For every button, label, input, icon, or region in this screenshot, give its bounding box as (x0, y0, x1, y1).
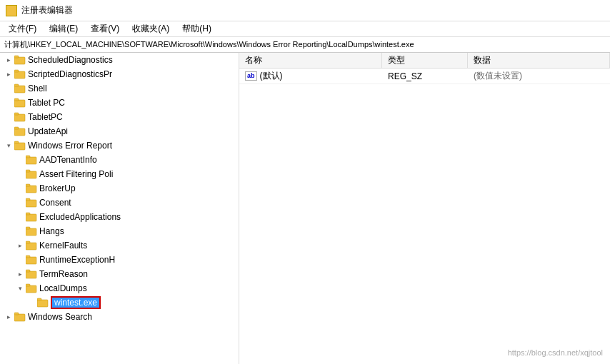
expander-wer[interactable] (3, 140, 14, 151)
tree-item-updateapi[interactable]: UpdateApi (0, 124, 239, 138)
svg-rect-22 (26, 214, 36, 221)
item-label-brokerup: BrokerUp (39, 183, 76, 193)
item-label-tabletpc: Tablet PC (28, 98, 65, 108)
main-content: ScheduledDiagnostics ScriptedDiagnostics… (0, 53, 610, 364)
address-bar: 计算机\HKEY_LOCAL_MACHINE\SOFTWARE\Microsof… (0, 37, 610, 53)
folder-icon (26, 269, 37, 279)
tree-item-excluded[interactable]: ExcludedApplications (0, 210, 239, 224)
svg-rect-3 (14, 70, 19, 72)
svg-rect-36 (14, 314, 25, 321)
folder-icon (37, 298, 49, 308)
menu-edit[interactable]: 编辑(E) (44, 21, 84, 36)
folder-icon (14, 69, 26, 79)
item-label-term: TermReason (39, 269, 88, 279)
expander-tabletpc (3, 97, 14, 108)
tree-item-term[interactable]: TermReason (0, 267, 239, 281)
app-icon (6, 5, 17, 16)
tree-item-kernel[interactable]: KernelFaults (0, 238, 239, 253)
svg-rect-15 (26, 156, 30, 158)
tree-item-brokerup[interactable]: BrokerUp (0, 181, 239, 196)
menu-help[interactable]: 帮助(H) (176, 21, 217, 36)
expander-wintest (26, 297, 37, 308)
tree-item-wer[interactable]: Windows Error Report (0, 138, 239, 153)
item-label-runtime: RuntimeExceptionH (39, 255, 115, 265)
cell-name-value: (默认) (260, 70, 283, 82)
svg-rect-11 (14, 127, 19, 129)
col-header-data: 数据 (468, 53, 610, 68)
expander-assert (14, 168, 26, 180)
tree-item-aad[interactable]: AADTenantInfo (0, 153, 239, 167)
tree-item-tabletpc2[interactable]: TabletPC (0, 110, 239, 124)
item-label-wintest: wintest.exe (51, 296, 101, 309)
folder-icon (14, 98, 26, 108)
expander-term[interactable] (14, 268, 26, 280)
svg-rect-18 (26, 186, 36, 193)
address-path: 计算机\HKEY_LOCAL_MACHINE\SOFTWARE\Microsof… (4, 39, 414, 50)
item-label-updateapi: UpdateApi (28, 126, 68, 136)
expander-scripted[interactable] (3, 69, 14, 80)
svg-rect-10 (14, 128, 25, 136)
tree-item-consent[interactable]: Consent (0, 196, 239, 210)
expander-scheduled[interactable] (3, 54, 14, 66)
svg-rect-12 (14, 143, 25, 150)
svg-rect-29 (26, 256, 30, 258)
ab-icon: ab (245, 71, 257, 81)
tree-item-tabletpc[interactable]: Tablet PC (0, 96, 239, 110)
folder-icon (26, 155, 37, 165)
folder-icon (14, 126, 26, 136)
folder-icon (14, 112, 26, 122)
svg-rect-24 (26, 228, 36, 236)
svg-rect-8 (14, 114, 25, 121)
svg-rect-28 (26, 257, 36, 264)
menu-view[interactable]: 查看(V) (85, 21, 125, 36)
tree-panel: ScheduledDiagnostics ScriptedDiagnostics… (0, 53, 239, 364)
item-label-hangs: Hangs (39, 226, 64, 236)
svg-rect-31 (26, 270, 30, 272)
right-panel: 名称 类型 数据 ab (默认) REG_SZ (数值未设置) (239, 53, 610, 364)
menu-favorites[interactable]: 收藏夹(A) (126, 21, 175, 36)
svg-rect-13 (14, 141, 19, 143)
tree-item-scripted[interactable]: ScriptedDiagnosticsPr (0, 67, 239, 81)
tree-item-scheduled[interactable]: ScheduledDiagnostics (0, 53, 239, 67)
expander-kernel[interactable] (14, 240, 26, 251)
cell-data-default: (数值未设置) (468, 69, 610, 84)
svg-rect-1 (14, 56, 19, 58)
expander-localdumps[interactable] (14, 283, 26, 294)
folder-icon (26, 226, 37, 236)
expander-winsearch[interactable] (3, 311, 14, 323)
svg-rect-25 (26, 227, 30, 229)
tree-item-shell[interactable]: Shell (0, 81, 239, 96)
column-headers: 名称 类型 数据 (239, 53, 610, 69)
svg-rect-23 (26, 213, 30, 215)
expander-excluded (14, 211, 26, 223)
expander-brokerup (14, 183, 26, 194)
cell-name-default: ab (默认) (239, 69, 382, 84)
tree-item-localdumps[interactable]: LocalDumps (0, 281, 239, 295)
svg-rect-19 (26, 184, 30, 186)
folder-icon (26, 198, 37, 208)
menu-file[interactable]: 文件(F) (3, 21, 42, 36)
item-label-scheduled: ScheduledDiagnostics (28, 55, 113, 65)
tree-item-hangs[interactable]: Hangs (0, 224, 239, 238)
svg-rect-5 (14, 84, 19, 86)
expander-hangs (14, 226, 26, 237)
svg-rect-37 (14, 313, 19, 315)
table-row[interactable]: ab (默认) REG_SZ (数值未设置) (239, 69, 610, 84)
item-label-localdumps: LocalDumps (39, 283, 87, 293)
folder-icon (14, 312, 26, 322)
folder-icon (26, 183, 37, 193)
svg-rect-0 (14, 57, 25, 64)
svg-rect-32 (26, 285, 36, 293)
svg-rect-16 (26, 171, 36, 178)
tree-item-runtime[interactable]: RuntimeExceptionH (0, 253, 239, 267)
folder-icon (14, 55, 26, 65)
tree-item-assert[interactable]: Assert Filtering Poli (0, 167, 239, 181)
tree-item-winsearch[interactable]: Windows Search (0, 310, 239, 324)
folder-icon (26, 255, 37, 265)
svg-rect-2 (14, 71, 25, 79)
folder-icon (14, 84, 26, 93)
item-label-aad: AADTenantInfo (39, 155, 97, 165)
tree-item-wintest[interactable]: wintest.exe (0, 295, 239, 310)
item-label-wer: Windows Error Report (28, 141, 112, 151)
col-header-type: 类型 (382, 53, 468, 68)
